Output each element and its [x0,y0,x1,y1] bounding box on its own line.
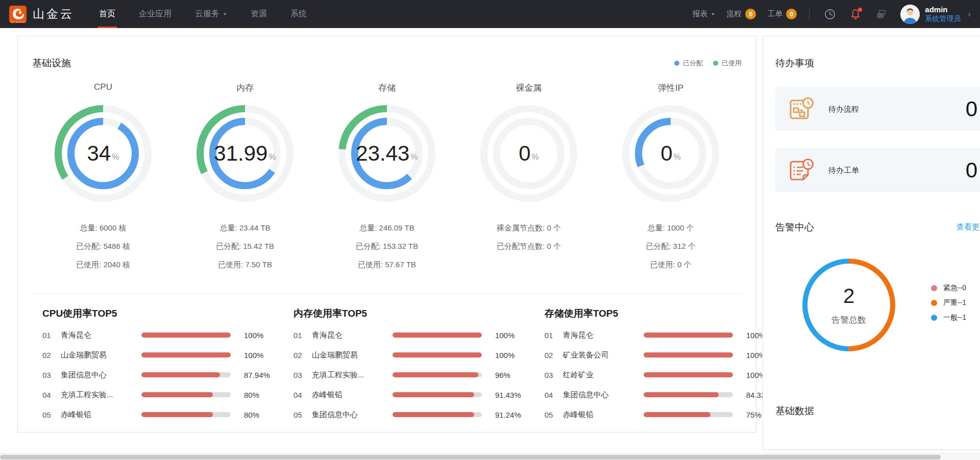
top5-list-item: 05 集团信息中心 91.24% [293,409,521,420]
nav-menu-label: 云服务 [195,9,219,19]
top5-list-item: 01 青海昆仑 100% [293,329,521,341]
usage-bar [644,392,733,397]
todo-process-count: 0 [966,97,977,121]
usage-bar-fill [393,333,482,338]
resource-gauge: 弹性IP 0 % 总量: 1000 个已分配: 312 个已使用: 0 个 [600,82,742,274]
usage-bar-fill [644,333,733,338]
alarm-view-more-link[interactable]: 查看更多 [957,222,980,232]
top5-list-item: 01 青海昆仑 100% [42,329,270,341]
gauge-percent-value: 0 [519,141,530,166]
horizontal-scrollbar[interactable] [0,453,980,460]
top5-list-item: 05 赤峰银铅 75% [545,409,772,420]
nav-menu-item[interactable]: 系统 ▼ [279,0,318,28]
section-divider [32,293,742,294]
scrollbar-thumb[interactable] [0,455,941,459]
user-menu[interactable]: admin 系统管理员 [925,5,961,23]
gauge-percent-unit: % [268,152,276,162]
top5-tenant-name: 赤峰银铅 [563,410,641,420]
alarm-title: 告警中心 [775,221,814,234]
top5-tenant-name: 赤峰银铅 [312,390,389,400]
alarm-legend-dot [931,300,937,306]
top5-list-item: 04 集团信息中心 84.33% [545,389,772,400]
top5-tenant-name: 山金瑞鹏贸易 [312,350,389,360]
console-button[interactable] [871,4,891,24]
todo-card-ticket[interactable]: 待办工单 0 [775,148,980,192]
top5-list-item: 03 集团信息中心 87.94% [42,369,270,380]
flow-clock-icon [788,96,814,122]
process-count-badge: 0 [745,9,756,19]
usage-bar-fill [644,392,719,397]
nav-ticket-link[interactable]: 工单 0 [767,9,797,19]
nav-menu-item[interactable]: 资源 ▼ [239,0,279,28]
history-clock-button[interactable] [820,4,840,24]
top5-tenant-name: 充填工程实验... [61,390,138,400]
todo-card-process[interactable]: 待办流程 0 [775,87,980,131]
nav-process-label: 流程 [726,9,742,19]
user-avatar[interactable] [900,5,920,24]
nav-report-link[interactable]: 报表 ▼ [692,9,715,19]
usage-bar-fill [141,412,213,417]
usage-bar-fill [141,372,220,377]
nav-menu-item[interactable]: 云服务 ▼ [183,0,239,28]
nav-menu-label: 系统 [290,9,307,19]
top5-tenant-name: 青海昆仑 [312,330,389,340]
top5-tenant-name: 集团信息中心 [563,390,641,400]
legend-item-allocated[interactable]: 已分配 [674,59,703,68]
nav-menu-item[interactable]: 企业应用 ▼ [127,0,183,28]
todo-title: 待办事项 [775,57,980,70]
chevron-down-icon: ▼ [710,12,715,16]
gauge-stat-line: 已分配: 15.42 TB [216,237,274,255]
usage-bar [644,352,733,357]
alarm-legend-item[interactable]: 严重--1 [931,298,966,308]
top5-tenant-name: 集团信息中心 [312,410,389,420]
gauge-title: 内存 [236,82,254,94]
alarm-legend: 紧急--0 严重--1 一般--1 [931,254,966,351]
top5-list: 01 青海昆仑 100% 02 山金瑞鹏贸易 100% 03 集团信息中心 87… [42,329,270,420]
legend-dot-used [713,61,718,66]
usage-bar [141,333,231,338]
usage-bar [393,333,482,338]
alarm-legend-item[interactable]: 一般--1 [931,313,966,322]
top5-percent: 87.94% [244,371,270,379]
legend-label-allocated: 已分配 [683,59,703,68]
top5-tenant-name: 集团信息中心 [61,370,138,380]
nav-menu-item[interactable]: 首页 ▼ [87,0,127,28]
nav-process-link[interactable]: 流程 0 [726,9,756,19]
usage-bar-fill [141,333,231,338]
gauge-stat-line: 已分配节点数: 0 个 [497,237,561,255]
top5-section: 存储使用率TOP5 01 青海昆仑 100% 02 矿业装备公司 100% 03… [545,307,772,429]
gauge-percent-value: 23.43 [356,141,409,166]
brand-logo-icon: SD GOLD [9,6,27,23]
top5-percent: 100% [244,351,263,360]
top5-rank: 04 [545,391,563,399]
alarm-legend-label: 一般--1 [943,313,966,322]
top5-rank: 03 [545,371,563,379]
notifications-button[interactable] [845,4,866,24]
infrastructure-panel: 基础设施 已分配 已使用 CPU 3 [17,36,756,432]
gauge-percent-unit: % [112,152,119,162]
usage-bar-fill [644,372,733,377]
gauge-donut-chart: 23.43 % [336,103,438,205]
top5-tenant-name: 红岭矿业 [563,370,641,380]
gauge-stat-line: 总量: 23.44 TB [216,219,274,237]
gauge-stat-line: 总量: 6000 核 [76,219,130,237]
top5-rank: 03 [293,371,312,379]
usage-bar-fill [393,352,482,357]
top5-rank: 02 [545,351,563,360]
top5-rank: 05 [42,411,61,419]
chevron-right-icon[interactable]: › [968,9,971,19]
top5-percent: 100% [495,331,514,340]
alarm-legend-item[interactable]: 紧急--0 [931,284,966,293]
top5-list-item: 04 充填工程实验... 80% [42,389,270,400]
top5-percent: 75% [746,411,762,419]
gauge-stat-line: 总量: 1000 个 [646,219,696,237]
legend-dot-allocated [674,61,679,66]
top5-percent: 96% [495,371,510,379]
usage-bar [644,333,733,338]
nav-ticket-label: 工单 [767,9,782,19]
brand-logo[interactable]: SD GOLD 山金云 [9,6,74,23]
legend-item-used[interactable]: 已使用 [713,59,742,68]
gauge-donut-chart: 0 % [620,103,722,205]
usage-bar [141,352,231,357]
top5-tenant-name: 青海昆仑 [61,330,138,340]
